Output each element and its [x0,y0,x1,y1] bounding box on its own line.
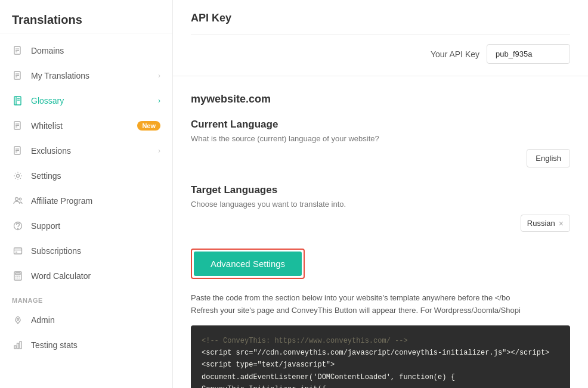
svg-rect-25 [14,248,22,254]
website-domain: mywebsite.com [191,93,570,105]
book-icon [12,95,24,107]
chevron-right-icon: › [158,147,160,155]
sidebar-item-label: Exclusions [31,146,71,156]
sidebar-item-label: Domains [31,46,64,55]
new-badge: New [137,121,160,131]
svg-point-20 [17,175,20,178]
code-info-text: Paste the code from the section below in… [191,292,570,317]
svg-point-36 [17,319,19,321]
code-line-3: <script type="text/javascript"> [202,359,559,371]
code-line-1: <!-- ConveyThis: https://www.conveythis.… [202,335,559,347]
current-language-desc: What is the source (current) language of… [191,134,570,143]
current-language-block: Current Language What is the source (cur… [191,119,570,167]
calculator-icon [12,270,24,282]
exclusions-icon [12,145,24,157]
sidebar-nav: Domains My Translations › Glossary › Whi… [0,33,172,362]
sidebar: Translations Domains My Translations › G… [0,0,173,388]
api-key-label: Your API Key [431,49,479,59]
svg-rect-39 [20,342,21,349]
code-info-line1: Paste the code from the section below in… [191,293,510,302]
subscriptions-icon [12,245,24,257]
svg-rect-29 [16,273,20,275]
sidebar-item-admin[interactable]: Admin [0,308,172,333]
sidebar-item-glossary[interactable]: Glossary › [0,88,172,113]
target-languages-right: Russian × [191,215,570,232]
sidebar-item-my-translations[interactable]: My Translations › [0,63,172,88]
chart-bar-icon [12,339,24,351]
sidebar-title: Translations [12,13,160,27]
sidebar-item-testing-stats[interactable]: Testing stats [0,333,172,358]
sidebar-item-label: Settings [31,171,61,181]
target-language-value: Russian [527,219,555,228]
gear-icon [12,170,24,182]
sidebar-item-label: Glossary [31,96,64,105]
sidebar-item-label: Whitelist [31,121,63,131]
svg-point-21 [16,198,18,201]
current-language-value[interactable]: English [527,149,570,167]
target-language-badge[interactable]: Russian × [521,215,570,232]
sidebar-item-exclusions[interactable]: Exclusions › [0,138,172,163]
rocket-icon [12,314,24,326]
api-key-value: pub_f935a [487,44,570,64]
remove-language-btn[interactable]: × [559,219,564,228]
svg-rect-38 [17,343,19,349]
sidebar-item-label: Word Calculator [31,271,91,281]
code-line-4: document.addEventListener('DOMContentLoa… [202,371,559,383]
chevron-right-icon: › [158,97,160,105]
sidebar-item-support[interactable]: Support [0,213,172,238]
code-info-line2: Refresh your site's page and ConveyThis … [191,306,521,315]
target-languages-desc: Choose languages you want to translate i… [191,200,570,209]
code-line-2: <script src="//cdn.conveythis.com/javasc… [202,347,559,359]
sidebar-item-label: Subscriptions [31,246,81,256]
target-languages-title: Target Languages [191,184,570,196]
sidebar-item-label: My Translations [31,71,89,80]
sidebar-item-label: Affiliate Program [31,196,92,206]
api-key-title: API Key [191,12,570,35]
chevron-right-icon: › [158,72,160,80]
api-key-section: API Key Your API Key pub_f935a [173,0,588,76]
target-languages-block: Target Languages Choose languages you wa… [191,184,570,232]
sidebar-header: Translations [0,0,172,33]
sidebar-item-label: Admin [31,315,55,325]
sidebar-item-domains[interactable]: Domains [0,38,172,63]
advanced-settings-button[interactable]: Advanced Settings [194,252,302,276]
svg-rect-37 [14,346,16,349]
sidebar-item-subscriptions[interactable]: Subscriptions [0,238,172,263]
svg-point-22 [19,198,21,200]
support-icon [12,220,24,232]
main-content: API Key Your API Key pub_f935a mywebsite… [173,0,588,388]
sidebar-item-settings[interactable]: Settings [0,163,172,188]
sidebar-item-label: Support [31,221,60,231]
current-language-title: Current Language [191,119,570,131]
api-key-row: Your API Key pub_f935a [191,44,570,64]
advanced-settings-wrapper: Advanced Settings [191,249,305,279]
svg-rect-8 [14,97,21,105]
code-block: <!-- ConveyThis: https://www.conveythis.… [191,325,570,388]
code-line-5: ConveyThis_Initializer.init({ [202,383,559,388]
sidebar-item-label: Testing stats [31,340,78,350]
document-icon [12,45,24,57]
sidebar-item-affiliate[interactable]: Affiliate Program [0,188,172,213]
sidebar-item-word-calculator[interactable]: Word Calculator [0,263,172,288]
manage-section-label: MANAGE [0,288,172,308]
people-icon [12,195,24,207]
current-language-right: English [191,149,570,167]
list-icon [12,120,24,132]
sidebar-item-whitelist[interactable]: Whitelist New [0,113,172,138]
svg-point-24 [18,228,18,229]
settings-section: mywebsite.com Current Language What is t… [173,76,588,388]
document-icon [12,70,24,82]
